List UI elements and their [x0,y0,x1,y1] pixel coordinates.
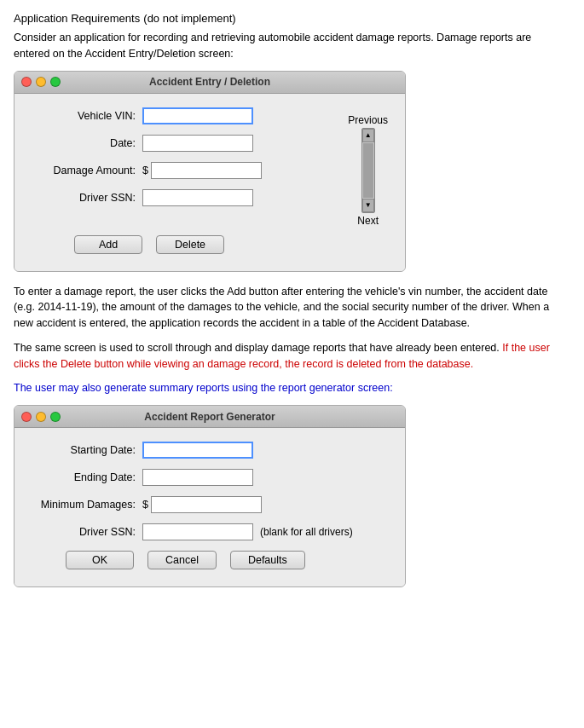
page-description: Consider an application for recording an… [14,30,570,62]
info-text-2: The same screen is used to scroll throug… [14,340,570,373]
min-damage-row: Minimum Damages: $ [32,496,388,513]
start-date-row: Starting Date: [32,442,388,459]
window2-button-row: OK Cancel Defaults [66,551,388,569]
record-scrollbar-wrapper: Previous ▲ ▼ Next [348,114,388,227]
info-text-1: To enter a damage report, the user click… [14,284,570,332]
report-generator-window: Accident Report Generator Starting Date:… [14,405,406,587]
window1-titlebar: Accident Entry / Deletion [14,72,405,94]
form-fields: Vehicle VIN: Date: Damage Amount: $ Driv… [32,107,348,217]
ssn-hint: (blank for all drivers) [260,526,353,538]
close-button-2[interactable] [21,412,32,422]
defaults-button[interactable]: Defaults [230,551,305,569]
window2-title: Accident Report Generator [144,411,275,423]
ok-button[interactable]: OK [66,551,134,569]
scroll-down-arrow[interactable]: ▼ [362,199,374,212]
window1-body: Vehicle VIN: Date: Damage Amount: $ Driv… [14,94,405,271]
title-text: Application Requirements [14,12,140,25]
end-date-label: Ending Date: [32,471,142,483]
end-date-input[interactable] [142,469,253,486]
window1-button-row: Add Delete [74,235,388,254]
window2-titlebar: Accident Report Generator [14,406,405,428]
window1-controls [21,77,61,87]
start-date-label: Starting Date: [32,444,142,456]
date-row: Date: [32,135,348,152]
end-date-row: Ending Date: [32,469,388,486]
vin-row: Vehicle VIN: [32,107,348,124]
driver-ssn-input[interactable] [142,523,253,540]
title-note: (do not implement) [143,12,235,25]
ssn-label: Driver SSN: [32,192,142,204]
date-input[interactable] [142,135,253,152]
minimize-button[interactable] [36,77,46,87]
min-damage-input[interactable] [151,496,262,513]
info-text-2-prefix: The same screen is used to scroll throug… [14,342,502,354]
currency-symbol-2: $ [142,499,148,511]
maximize-button[interactable] [50,77,61,87]
form-with-scroll: Vehicle VIN: Date: Damage Amount: $ Driv… [32,107,388,227]
minimize-button-2[interactable] [36,412,46,422]
damage-label: Damage Amount: [32,165,142,176]
previous-label: Previous [348,114,388,126]
window2-controls [21,412,61,422]
ssn-input[interactable] [142,189,253,206]
delete-button[interactable]: Delete [156,235,224,254]
min-damage-label: Minimum Damages: [32,499,142,511]
accident-entry-window: Accident Entry / Deletion Vehicle VIN: D… [14,71,406,272]
damage-input[interactable] [151,162,262,179]
vin-input[interactable] [142,107,253,124]
date-label: Date: [32,137,142,149]
start-date-input[interactable] [142,442,253,459]
add-button[interactable]: Add [74,235,142,254]
maximize-button-2[interactable] [50,412,61,422]
scroll-thumb [363,143,373,198]
driver-ssn-row: Driver SSN: (blank for all drivers) [32,523,388,540]
driver-ssn-label: Driver SSN: [32,526,142,538]
record-scrollbar[interactable]: ▲ ▼ [361,128,375,213]
damage-row: Damage Amount: $ [32,162,348,179]
cancel-button[interactable]: Cancel [147,551,217,569]
info-text-3: The user may also generate summary repor… [14,380,570,396]
next-label: Next [357,215,379,227]
vin-label: Vehicle VIN: [32,110,142,122]
close-button[interactable] [21,77,32,87]
ssn-row: Driver SSN: [32,189,348,206]
currency-symbol: $ [142,165,148,176]
window1-title: Accident Entry / Deletion [149,76,270,88]
window2-body: Starting Date: Ending Date: Minimum Dama… [14,428,405,586]
page-title: Application Requirements (do not impleme… [14,10,570,25]
scroll-up-arrow[interactable]: ▲ [362,129,374,142]
